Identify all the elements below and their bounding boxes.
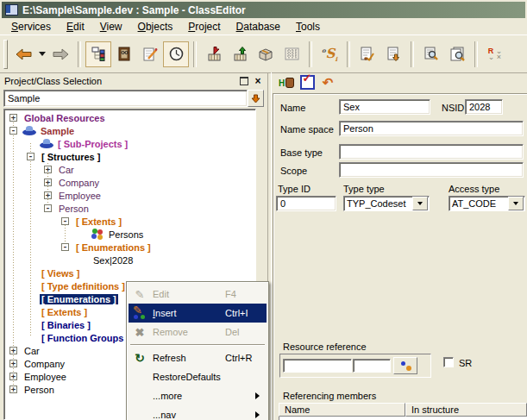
menu-project[interactable]: Project — [180, 19, 228, 34]
tree-item-global-resources[interactable]: + Global Resources — [4, 111, 255, 124]
collapse-icon[interactable]: - — [27, 153, 35, 160]
tree-context-menu: ✎ Edit F4 ✎ Insert Ctrl+I ✖ Remove Del ↻… — [126, 281, 269, 420]
submenu-arrow-icon — [255, 411, 263, 418]
nsid-input[interactable] — [465, 99, 503, 115]
dropdown-arrow-icon[interactable] — [508, 197, 524, 210]
class-tree-view-icon[interactable] — [85, 41, 111, 67]
send-package-icon[interactable] — [253, 41, 279, 67]
tree-item-sex-2028[interactable]: Sex|2028 — [4, 254, 255, 266]
type-id-input[interactable] — [276, 196, 336, 211]
expand-icon[interactable]: + — [44, 191, 52, 199]
context-menu-nav[interactable]: ...nav — [129, 405, 267, 420]
context-menu-restore-defaults[interactable]: RestoreDefaults — [129, 367, 267, 386]
collapse-icon[interactable]: - — [61, 243, 69, 251]
expand-icon[interactable]: + — [9, 114, 17, 122]
tree-item-enumerations-person[interactable]: - [ Enumerations ] — [4, 241, 255, 254]
nsid-label: NSID — [442, 103, 464, 113]
check-document-icon[interactable] — [354, 41, 380, 67]
tree-item-company[interactable]: + Company — [4, 176, 255, 189]
expand-icon[interactable]: + — [9, 386, 17, 393]
type-id-label: Type ID — [278, 184, 311, 194]
dropdown-arrow-icon[interactable] — [412, 197, 428, 210]
hold-icon[interactable]: H — [276, 73, 297, 92]
toolbar-grip[interactable] — [3, 40, 8, 69]
expand-icon[interactable]: + — [9, 373, 17, 380]
menu-database[interactable]: Database — [229, 19, 288, 34]
apply-check-icon[interactable] — [297, 73, 317, 92]
resource-reference-label: Resource reference — [283, 342, 367, 352]
menu-services[interactable]: Services — [3, 19, 59, 34]
main-toolbar: oSi — [0, 34, 527, 73]
access-type-select[interactable]: AT_CODE — [449, 196, 525, 211]
context-menu-insert[interactable]: ✎ Insert Ctrl+I — [129, 304, 267, 323]
tree-item-car[interactable]: + Car — [4, 163, 255, 176]
close-panel-button[interactable]: × — [252, 76, 264, 87]
print-preview-icon[interactable] — [444, 41, 470, 67]
script-info-icon[interactable]: oSi — [317, 41, 342, 67]
persons-cluster-icon — [91, 229, 104, 240]
tree-item-sub-projects[interactable]: [ Sub-Projects ] — [4, 137, 255, 150]
namespace-label: Name space — [280, 124, 334, 135]
collapse-icon[interactable]: - — [61, 217, 69, 225]
type-type-label: Type type — [343, 184, 385, 194]
tree-item-sample[interactable]: - Sample — [4, 124, 255, 137]
context-menu-refresh[interactable]: ↻ Refresh Ctrl+R — [129, 348, 267, 367]
tree-item-structures[interactable]: - [ Structures ] — [4, 150, 255, 163]
access-type-label: Access type — [449, 184, 499, 194]
context-menu-more[interactable]: ...more — [129, 386, 267, 405]
tree-item-persons[interactable]: Persons — [4, 228, 255, 241]
object-book-icon[interactable] — [111, 41, 137, 67]
export-document-icon[interactable] — [380, 41, 406, 67]
export-data-icon[interactable] — [227, 41, 253, 67]
type-type-select[interactable]: TYP_Codeset — [343, 196, 430, 211]
expand-icon[interactable]: + — [9, 347, 17, 354]
title-bar[interactable]: E:\Sample\Sample.dev : Sample - ClassEdi… — [2, 2, 525, 18]
relations-icon[interactable]: R ⌄⌄ × — [482, 41, 508, 67]
history-dropdown-icon[interactable] — [36, 41, 47, 67]
tree-item-views[interactable]: [ Views ] — [4, 266, 255, 279]
close-icon: × — [254, 77, 260, 85]
name-label: Name — [280, 103, 305, 113]
toolbar-separator — [309, 41, 312, 67]
menu-edit[interactable]: Edit — [59, 19, 92, 34]
import-data-icon[interactable] — [201, 41, 227, 67]
find-document-icon[interactable] — [418, 41, 444, 67]
expand-icon[interactable]: + — [44, 179, 52, 186]
menu-tools[interactable]: Tools — [288, 19, 328, 34]
back-icon[interactable] — [10, 41, 36, 67]
column-header-in-structure[interactable]: In structure — [405, 403, 527, 417]
toolbar-separator — [411, 41, 414, 67]
tree-item-employee[interactable]: + Employee — [4, 189, 255, 202]
resource-reference-picker-button[interactable] — [393, 357, 417, 374]
project-selector-input[interactable] — [3, 90, 248, 107]
tree-item-extents[interactable]: - [ Extents ] — [4, 215, 255, 228]
project-selector — [3, 90, 264, 107]
sr-checkbox[interactable] — [443, 357, 454, 367]
menu-objects[interactable]: Objects — [130, 19, 181, 34]
menu-view[interactable]: View — [92, 19, 130, 34]
left-panel-header: Project/Class Selection × — [4, 74, 264, 88]
collapse-icon[interactable]: - — [44, 204, 52, 212]
window-title: E:\Sample\Sample.dev : Sample - ClassEdi… — [22, 4, 246, 16]
resource-reference-field-2[interactable] — [353, 359, 391, 373]
forward-icon[interactable] — [47, 41, 73, 67]
referencing-members-table-body[interactable] — [279, 417, 527, 420]
resource-reference-field-1[interactable] — [283, 359, 352, 373]
collapse-icon[interactable]: - — [9, 127, 17, 135]
base-type-input[interactable] — [339, 144, 524, 160]
session-clock-icon[interactable] — [163, 41, 189, 67]
edit-document-icon[interactable] — [137, 41, 163, 67]
float-panel-button[interactable] — [238, 76, 250, 87]
expand-icon[interactable]: + — [44, 166, 52, 173]
tree-item-person[interactable]: - Person — [4, 202, 255, 215]
namespace-input[interactable] — [339, 121, 524, 136]
scope-input[interactable] — [339, 162, 524, 178]
name-input[interactable] — [339, 99, 430, 115]
toolbar-separator — [78, 41, 81, 67]
project-selector-dropdown-button[interactable] — [248, 90, 264, 107]
undo-icon[interactable]: ↶ — [317, 73, 338, 92]
left-panel-title: Project/Class Selection — [4, 76, 236, 86]
matrix-icon[interactable] — [279, 41, 304, 67]
expand-icon[interactable]: + — [9, 360, 17, 367]
column-header-name[interactable]: Name — [279, 403, 405, 417]
